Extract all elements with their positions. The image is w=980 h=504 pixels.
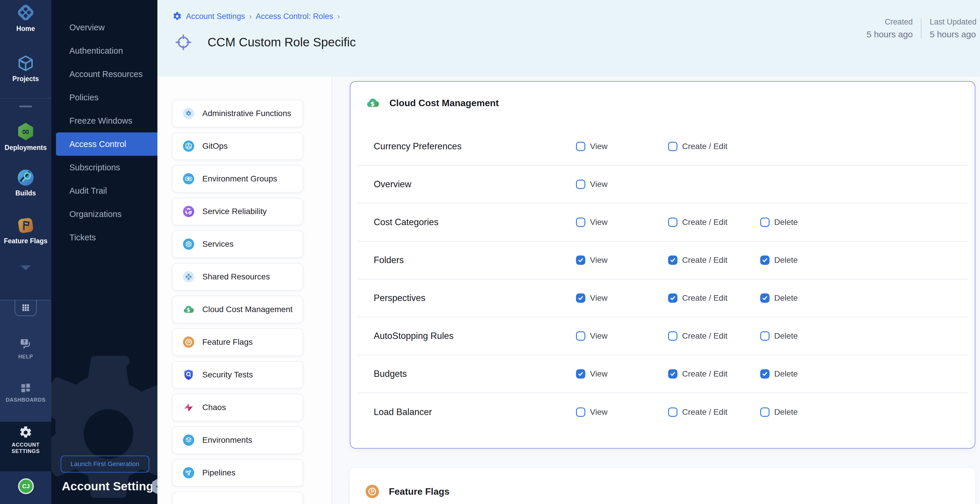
help-chat-icon: ? xyxy=(19,337,33,351)
resource-card[interactable]: Security Tests xyxy=(172,361,303,389)
nav-item[interactable]: Authentication xyxy=(51,39,158,62)
checkbox-label: Create / Edit xyxy=(682,218,727,227)
feature-flags-icon xyxy=(183,336,195,348)
rail-collapse-modules[interactable] xyxy=(0,265,51,270)
nav-item[interactable]: Policies xyxy=(51,86,158,109)
create-edit-checkbox[interactable] xyxy=(668,255,678,265)
view-checkbox[interactable] xyxy=(576,218,585,227)
create-edit-checkbox[interactable] xyxy=(668,407,678,417)
view-checkbox[interactable] xyxy=(576,293,585,303)
rail-item-projects[interactable]: Projects xyxy=(0,54,51,82)
feature-flags-permissions-card: Feature Flags xyxy=(350,468,975,504)
services-icon xyxy=(183,238,195,250)
create-edit-checkbox[interactable] xyxy=(668,293,678,303)
rail-item-account-settings[interactable]: ACCOUNT SETTINGS xyxy=(0,426,51,455)
chevron-down-icon xyxy=(21,265,31,270)
resource-card[interactable]: Chaos xyxy=(172,394,303,421)
nav-item[interactable]: Freeze Windows xyxy=(51,109,158,132)
checkbox-label: Delete xyxy=(774,407,798,417)
view-checkbox[interactable] xyxy=(576,369,585,379)
permission-row: Load Balancer View Create / Edit xyxy=(357,393,968,431)
nav-item[interactable]: Access Control xyxy=(56,132,158,156)
permission-view: View xyxy=(576,293,668,303)
view-checkbox[interactable] xyxy=(576,331,585,341)
delete-checkbox[interactable] xyxy=(760,407,770,417)
launch-first-generation-button[interactable]: Launch First Generation xyxy=(60,456,149,472)
ccm-card-header: $ Cloud Cost Management xyxy=(350,82,975,110)
checkbox-label: Create / Edit xyxy=(682,331,727,341)
view-checkbox[interactable] xyxy=(576,180,585,189)
checkbox-label: Delete xyxy=(774,331,798,341)
view-checkbox[interactable] xyxy=(576,407,585,417)
rail-item-builds[interactable]: Builds xyxy=(0,168,51,196)
resource-card[interactable]: Services xyxy=(172,230,303,258)
resource-card[interactable]: GitOps xyxy=(172,132,303,160)
svg-text:?: ? xyxy=(23,339,25,345)
permission-row: Perspectives View Create / Edit xyxy=(357,279,968,317)
create-edit-checkbox[interactable] xyxy=(668,142,678,151)
resource-card[interactable]: Administrative Functions xyxy=(172,100,303,127)
pipelines-icon xyxy=(183,467,195,479)
delete-checkbox[interactable] xyxy=(760,293,770,303)
resource-card[interactable]: Shared Resources xyxy=(172,263,303,290)
view-checkbox[interactable] xyxy=(576,142,585,151)
updated-label: Last Updated xyxy=(929,18,977,27)
checkbox-label: Create / Edit xyxy=(682,255,727,265)
checkbox-label: View xyxy=(590,180,608,189)
checkbox-label: View xyxy=(590,369,608,379)
nav-item[interactable]: Account Resources xyxy=(51,62,158,86)
rail-label-deployments: Deployments xyxy=(0,144,51,151)
rail-item-deployments[interactable]: ∞ Deployments xyxy=(0,121,51,151)
permission-row: Budgets View Create / Edit xyxy=(357,355,968,393)
permission-resource-label: Budgets xyxy=(357,368,576,379)
module-picker-button[interactable] xyxy=(14,300,37,316)
breadcrumb-roles[interactable]: Access Control: Roles xyxy=(256,12,333,21)
resource-card[interactable]: Environment Groups xyxy=(172,165,303,193)
nav-item[interactable]: Tickets xyxy=(51,226,158,249)
checkbox-label: View xyxy=(590,331,608,341)
resource-card-partial[interactable] xyxy=(172,492,303,504)
permission-delete: Delete xyxy=(760,218,852,227)
user-avatar[interactable]: CJ xyxy=(18,478,34,494)
resource-card[interactable]: $ Cloud Cost Management xyxy=(172,296,303,323)
nav-item[interactable]: Subscriptions xyxy=(51,156,158,179)
delete-checkbox[interactable] xyxy=(760,369,770,379)
create-edit-checkbox[interactable] xyxy=(668,331,678,341)
rail-label-settings: SETTINGS xyxy=(0,448,51,455)
delete-checkbox[interactable] xyxy=(760,255,770,265)
permission-resource-label: Cost Categories xyxy=(357,217,576,228)
delete-checkbox[interactable] xyxy=(760,331,770,341)
deployments-hexagon-icon: ∞ xyxy=(16,121,36,142)
resource-card[interactable]: Pipelines xyxy=(172,459,303,486)
gitops-icon xyxy=(183,140,195,152)
collapse-left-icon[interactable] xyxy=(151,478,158,496)
breadcrumb-account-settings[interactable]: Account Settings xyxy=(186,12,245,21)
view-checkbox[interactable] xyxy=(576,255,585,265)
admin-functions-icon xyxy=(183,107,195,120)
permission-create-edit: Create / Edit xyxy=(668,369,760,379)
nav-item[interactable]: Audit Trail xyxy=(51,179,158,203)
rail-label-builds: Builds xyxy=(0,190,51,196)
rail-item-dashboards[interactable]: DASHBOARDS xyxy=(0,381,51,403)
permission-row: Cost Categories View Create / Edit xyxy=(357,204,968,241)
resource-card[interactable]: Service Reliability xyxy=(172,198,303,225)
permission-rows: Currency Preferences View Create / Edit xyxy=(357,128,968,431)
resource-card[interactable]: Environments xyxy=(172,426,303,454)
delete-checkbox[interactable] xyxy=(760,218,770,227)
checkbox-label: View xyxy=(590,255,608,265)
account-settings-nav: Overview Authentication Account Resource… xyxy=(51,0,158,504)
rail-item-feature-flags[interactable]: Feature Flags xyxy=(0,216,51,244)
checkbox-label: Create / Edit xyxy=(682,142,727,151)
create-edit-checkbox[interactable] xyxy=(668,218,678,227)
breadcrumb-separator: › xyxy=(337,12,340,21)
page-header: Account Settings › Access Control: Roles… xyxy=(158,0,980,77)
checkbox-label: Create / Edit xyxy=(682,407,727,417)
checkbox-label: Create / Edit xyxy=(682,369,727,379)
create-edit-checkbox[interactable] xyxy=(668,369,678,379)
rail-item-home[interactable]: Home xyxy=(0,2,51,32)
permission-view: View xyxy=(576,218,668,227)
nav-item[interactable]: Organizations xyxy=(51,203,158,226)
nav-item[interactable]: Overview xyxy=(51,16,158,39)
rail-item-help[interactable]: ? HELP xyxy=(0,337,51,360)
resource-card[interactable]: Feature Flags xyxy=(172,329,303,356)
